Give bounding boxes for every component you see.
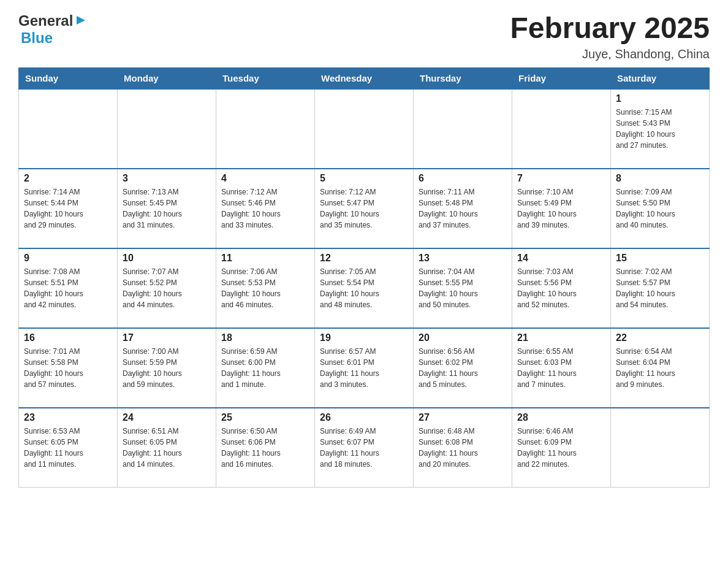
day-info: Sunrise: 7:00 AM Sunset: 5:59 PM Dayligh… xyxy=(123,346,211,390)
calendar-cell: 20Sunrise: 6:56 AM Sunset: 6:02 PM Dayli… xyxy=(414,328,512,408)
day-info: Sunrise: 6:50 AM Sunset: 6:06 PM Dayligh… xyxy=(221,426,309,470)
day-number: 11 xyxy=(221,253,309,264)
day-number: 7 xyxy=(517,173,605,184)
day-number: 4 xyxy=(221,173,309,184)
logo-general-text: General xyxy=(18,12,73,29)
calendar-cell: 25Sunrise: 6:50 AM Sunset: 6:06 PM Dayli… xyxy=(216,408,315,488)
calendar-cell: 15Sunrise: 7:02 AM Sunset: 5:57 PM Dayli… xyxy=(611,248,710,328)
calendar-cell: 17Sunrise: 7:00 AM Sunset: 5:59 PM Dayli… xyxy=(118,328,216,408)
day-number: 17 xyxy=(123,332,211,343)
calendar-cell: 22Sunrise: 6:54 AM Sunset: 6:04 PM Dayli… xyxy=(611,328,710,408)
page-header: General Blue February 2025 Juye, Shandon… xyxy=(18,12,710,61)
day-number: 8 xyxy=(616,173,704,184)
week-row-2: 2Sunrise: 7:14 AM Sunset: 5:44 PM Daylig… xyxy=(19,169,710,248)
day-number: 24 xyxy=(123,412,211,423)
day-number: 26 xyxy=(320,412,408,423)
week-row-4: 16Sunrise: 7:01 AM Sunset: 5:58 PM Dayli… xyxy=(19,328,710,408)
calendar-cell: 24Sunrise: 6:51 AM Sunset: 6:05 PM Dayli… xyxy=(118,408,216,488)
week-row-5: 23Sunrise: 6:53 AM Sunset: 6:05 PM Dayli… xyxy=(19,408,710,488)
calendar-cell xyxy=(512,89,611,169)
day-info: Sunrise: 7:07 AM Sunset: 5:52 PM Dayligh… xyxy=(123,266,211,310)
day-number: 22 xyxy=(616,332,704,343)
day-number: 15 xyxy=(616,253,704,264)
day-number: 23 xyxy=(24,412,112,423)
day-info: Sunrise: 7:04 AM Sunset: 5:55 PM Dayligh… xyxy=(419,266,507,310)
header-sunday: Sunday xyxy=(19,67,118,89)
header-thursday: Thursday xyxy=(414,67,512,89)
day-info: Sunrise: 6:46 AM Sunset: 6:09 PM Dayligh… xyxy=(517,426,605,470)
day-info: Sunrise: 7:05 AM Sunset: 5:54 PM Dayligh… xyxy=(320,266,408,310)
calendar-cell xyxy=(216,89,315,169)
calendar-cell: 13Sunrise: 7:04 AM Sunset: 5:55 PM Dayli… xyxy=(414,248,512,328)
week-row-1: 1Sunrise: 7:15 AM Sunset: 5:43 PM Daylig… xyxy=(19,89,710,169)
calendar-cell: 16Sunrise: 7:01 AM Sunset: 5:58 PM Dayli… xyxy=(19,328,118,408)
day-info: Sunrise: 7:13 AM Sunset: 5:45 PM Dayligh… xyxy=(123,186,211,231)
day-info: Sunrise: 6:56 AM Sunset: 6:02 PM Dayligh… xyxy=(419,346,507,390)
calendar-cell: 11Sunrise: 7:06 AM Sunset: 5:53 PM Dayli… xyxy=(216,248,315,328)
day-info: Sunrise: 7:14 AM Sunset: 5:44 PM Dayligh… xyxy=(24,186,112,231)
day-info: Sunrise: 6:55 AM Sunset: 6:03 PM Dayligh… xyxy=(517,346,605,390)
calendar-subtitle: Juye, Shandong, China xyxy=(510,47,710,61)
day-number: 5 xyxy=(320,173,408,184)
logo: General Blue xyxy=(18,12,88,47)
svg-marker-0 xyxy=(77,16,85,25)
calendar-cell: 1Sunrise: 7:15 AM Sunset: 5:43 PM Daylig… xyxy=(611,89,710,169)
day-number: 6 xyxy=(419,173,507,184)
calendar-cell: 2Sunrise: 7:14 AM Sunset: 5:44 PM Daylig… xyxy=(19,169,118,248)
header-wednesday: Wednesday xyxy=(315,67,414,89)
calendar-cell: 28Sunrise: 6:46 AM Sunset: 6:09 PM Dayli… xyxy=(512,408,611,488)
calendar-cell: 12Sunrise: 7:05 AM Sunset: 5:54 PM Dayli… xyxy=(315,248,414,328)
day-number: 12 xyxy=(320,253,408,264)
calendar-cell: 19Sunrise: 6:57 AM Sunset: 6:01 PM Dayli… xyxy=(315,328,414,408)
calendar-cell: 4Sunrise: 7:12 AM Sunset: 5:46 PM Daylig… xyxy=(216,169,315,248)
calendar-cell: 18Sunrise: 6:59 AM Sunset: 6:00 PM Dayli… xyxy=(216,328,315,408)
day-info: Sunrise: 7:08 AM Sunset: 5:51 PM Dayligh… xyxy=(24,266,112,310)
day-info: Sunrise: 7:01 AM Sunset: 5:58 PM Dayligh… xyxy=(24,346,112,390)
day-number: 13 xyxy=(419,253,507,264)
day-number: 14 xyxy=(517,253,605,264)
day-info: Sunrise: 6:49 AM Sunset: 6:07 PM Dayligh… xyxy=(320,426,408,470)
day-info: Sunrise: 7:09 AM Sunset: 5:50 PM Dayligh… xyxy=(616,186,704,231)
day-number: 18 xyxy=(221,332,309,343)
day-number: 10 xyxy=(123,253,211,264)
title-section: February 2025 Juye, Shandong, China xyxy=(510,12,710,61)
calendar-cell xyxy=(315,89,414,169)
header-friday: Friday xyxy=(512,67,611,89)
day-info: Sunrise: 7:12 AM Sunset: 5:46 PM Dayligh… xyxy=(221,186,309,231)
calendar-cell: 3Sunrise: 7:13 AM Sunset: 5:45 PM Daylig… xyxy=(118,169,216,248)
day-info: Sunrise: 7:10 AM Sunset: 5:49 PM Dayligh… xyxy=(517,186,605,231)
calendar-cell: 6Sunrise: 7:11 AM Sunset: 5:48 PM Daylig… xyxy=(414,169,512,248)
calendar-cell xyxy=(19,89,118,169)
day-number: 25 xyxy=(221,412,309,423)
calendar-header-row: SundayMondayTuesdayWednesdayThursdayFrid… xyxy=(19,67,710,89)
day-number: 9 xyxy=(24,253,112,264)
day-number: 28 xyxy=(517,412,605,423)
calendar-cell: 7Sunrise: 7:10 AM Sunset: 5:49 PM Daylig… xyxy=(512,169,611,248)
week-row-3: 9Sunrise: 7:08 AM Sunset: 5:51 PM Daylig… xyxy=(19,248,710,328)
calendar-title: February 2025 xyxy=(510,12,710,45)
calendar-cell: 21Sunrise: 6:55 AM Sunset: 6:03 PM Dayli… xyxy=(512,328,611,408)
day-info: Sunrise: 6:53 AM Sunset: 6:05 PM Dayligh… xyxy=(24,426,112,470)
logo-arrow-icon xyxy=(74,13,88,27)
header-saturday: Saturday xyxy=(611,67,710,89)
day-info: Sunrise: 6:59 AM Sunset: 6:00 PM Dayligh… xyxy=(221,346,309,390)
calendar-cell: 5Sunrise: 7:12 AM Sunset: 5:47 PM Daylig… xyxy=(315,169,414,248)
calendar-cell: 26Sunrise: 6:49 AM Sunset: 6:07 PM Dayli… xyxy=(315,408,414,488)
day-number: 2 xyxy=(24,173,112,184)
calendar-cell: 9Sunrise: 7:08 AM Sunset: 5:51 PM Daylig… xyxy=(19,248,118,328)
day-info: Sunrise: 6:57 AM Sunset: 6:01 PM Dayligh… xyxy=(320,346,408,390)
calendar-cell xyxy=(611,408,710,488)
day-number: 21 xyxy=(517,332,605,343)
calendar-cell: 23Sunrise: 6:53 AM Sunset: 6:05 PM Dayli… xyxy=(19,408,118,488)
calendar-cell: 8Sunrise: 7:09 AM Sunset: 5:50 PM Daylig… xyxy=(611,169,710,248)
header-tuesday: Tuesday xyxy=(216,67,315,89)
calendar-cell xyxy=(118,89,216,169)
day-number: 20 xyxy=(419,332,507,343)
day-info: Sunrise: 7:06 AM Sunset: 5:53 PM Dayligh… xyxy=(221,266,309,310)
day-number: 3 xyxy=(123,173,211,184)
day-number: 27 xyxy=(419,412,507,423)
day-number: 1 xyxy=(616,93,704,104)
day-info: Sunrise: 6:54 AM Sunset: 6:04 PM Dayligh… xyxy=(616,346,704,390)
day-info: Sunrise: 7:12 AM Sunset: 5:47 PM Dayligh… xyxy=(320,186,408,231)
calendar-cell: 10Sunrise: 7:07 AM Sunset: 5:52 PM Dayli… xyxy=(118,248,216,328)
